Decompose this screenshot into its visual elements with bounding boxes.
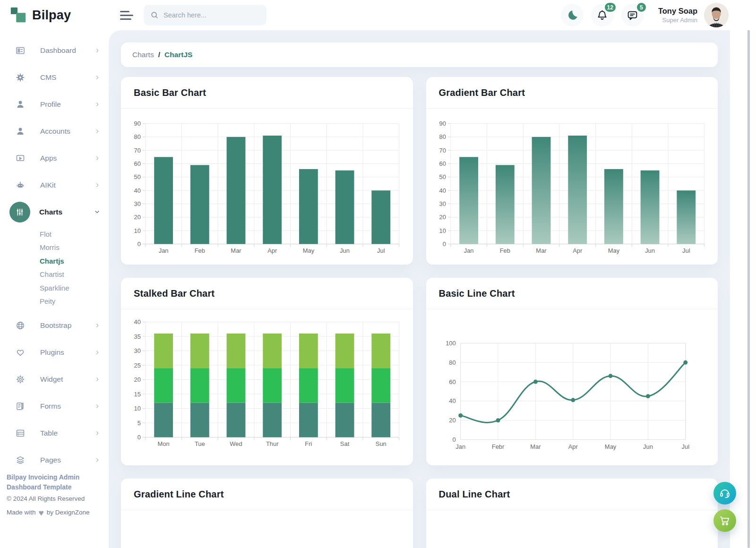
users-icon bbox=[16, 127, 25, 136]
svg-text:70: 70 bbox=[439, 147, 446, 154]
support-fab-button[interactable] bbox=[713, 482, 736, 505]
cart-icon bbox=[719, 514, 731, 527]
chevron-right-icon bbox=[94, 128, 100, 134]
heart-icon bbox=[16, 348, 25, 357]
chevron-right-icon bbox=[94, 430, 100, 436]
widget-gear-icon bbox=[16, 375, 25, 384]
dual-line-chart-card: Dual Line Chart bbox=[426, 479, 718, 548]
submenu-item-chartist[interactable]: Chartist bbox=[40, 268, 109, 282]
hamburger-menu-icon[interactable] bbox=[120, 11, 134, 20]
svg-text:Apr: Apr bbox=[573, 247, 583, 254]
chevron-right-icon bbox=[94, 155, 100, 161]
breadcrumb-separator: / bbox=[158, 51, 160, 59]
page-scrollbar[interactable] bbox=[747, 0, 750, 548]
sidebar-item-cms[interactable]: CMS bbox=[0, 64, 109, 91]
breadcrumb-parent[interactable]: Charts bbox=[132, 51, 154, 59]
svg-text:0: 0 bbox=[442, 240, 446, 248]
search-bar[interactable] bbox=[144, 5, 266, 26]
svg-text:40: 40 bbox=[134, 318, 140, 325]
gradient-line-chart bbox=[121, 510, 413, 548]
forms-icon bbox=[16, 402, 25, 411]
svg-text:Mar: Mar bbox=[536, 247, 547, 254]
svg-text:Sat: Sat bbox=[340, 440, 350, 447]
sidebar-item-charts[interactable]: Charts bbox=[0, 198, 109, 225]
svg-text:10: 10 bbox=[439, 227, 446, 234]
sidebar: Dashboard CMS Profile Accounts bbox=[0, 30, 109, 548]
svg-text:Jan: Jan bbox=[455, 443, 465, 450]
svg-text:Jul: Jul bbox=[681, 443, 689, 450]
apps-icon bbox=[16, 154, 25, 163]
svg-text:May: May bbox=[303, 247, 315, 254]
sidebar-item-aikit[interactable]: AIKit bbox=[0, 171, 109, 198]
svg-text:Apr: Apr bbox=[568, 443, 578, 450]
chevron-right-icon bbox=[94, 102, 100, 107]
svg-text:Wed: Wed bbox=[230, 440, 242, 447]
svg-text:40: 40 bbox=[134, 187, 140, 194]
sidebar-item-widget[interactable]: Widget bbox=[0, 366, 109, 393]
sidebar-item-plugins[interactable]: Plugins bbox=[0, 339, 109, 366]
svg-text:90: 90 bbox=[134, 120, 140, 127]
svg-text:80: 80 bbox=[449, 359, 455, 366]
avatar[interactable] bbox=[704, 3, 729, 27]
dark-mode-toggle[interactable] bbox=[561, 4, 584, 26]
submenu-item-sparkline[interactable]: Sparkline bbox=[40, 281, 109, 295]
submenu-item-chartjs[interactable]: Chartjs bbox=[40, 254, 109, 268]
svg-text:0: 0 bbox=[137, 434, 141, 441]
sidebar-item-profile[interactable]: Profile bbox=[0, 91, 109, 118]
svg-text:60: 60 bbox=[134, 160, 140, 167]
submenu-item-morris[interactable]: Morris bbox=[40, 241, 109, 255]
chevron-down-icon bbox=[94, 209, 100, 215]
notifications-button[interactable]: 12 bbox=[591, 4, 614, 26]
svg-text:40: 40 bbox=[439, 187, 446, 194]
svg-text:100: 100 bbox=[446, 340, 456, 347]
cart-fab-button[interactable] bbox=[713, 509, 736, 532]
svg-text:Feb: Feb bbox=[195, 247, 205, 254]
svg-text:5: 5 bbox=[137, 420, 141, 427]
svg-text:Apr: Apr bbox=[267, 247, 277, 254]
svg-text:35: 35 bbox=[134, 333, 140, 340]
card-title: Dual Line Chart bbox=[439, 489, 510, 500]
message-count-badge: 5 bbox=[636, 2, 647, 13]
svg-text:10: 10 bbox=[134, 405, 140, 412]
submenu-item-flot[interactable]: Flot bbox=[40, 227, 109, 241]
svg-text:Jul: Jul bbox=[377, 247, 385, 254]
svg-text:10: 10 bbox=[134, 227, 140, 234]
chevron-right-icon bbox=[94, 377, 100, 382]
submenu-item-peity[interactable]: Peity bbox=[40, 295, 109, 308]
card-title: Basic Bar Chart bbox=[134, 87, 206, 98]
made-with-text: Made with bbox=[7, 508, 36, 518]
chevron-right-icon bbox=[94, 182, 100, 188]
svg-text:Mar: Mar bbox=[231, 247, 241, 254]
svg-text:Jan: Jan bbox=[159, 247, 169, 254]
main-content: Charts / ChartJS Basic Bar Chart 0102030… bbox=[109, 30, 730, 548]
sidebar-item-apps[interactable]: Apps bbox=[0, 145, 109, 171]
sidebar-item-pages[interactable]: Pages bbox=[0, 446, 109, 473]
svg-text:80: 80 bbox=[134, 133, 140, 140]
pages-icon bbox=[16, 455, 25, 465]
sidebar-item-forms[interactable]: Forms bbox=[0, 393, 109, 420]
card-title: Basic Line Chart bbox=[439, 288, 515, 299]
svg-text:30: 30 bbox=[439, 200, 446, 207]
dual-line-chart bbox=[426, 510, 718, 548]
sidebar-item-dashboard[interactable]: Dashboard bbox=[0, 37, 109, 64]
made-by-text[interactable]: by DexignZone bbox=[47, 508, 90, 518]
top-header: Bilpay 12 bbox=[0, 0, 756, 30]
chevron-right-icon bbox=[94, 350, 100, 355]
messages-button[interactable]: 5 bbox=[621, 4, 644, 26]
sidebar-item-accounts[interactable]: Accounts bbox=[0, 118, 109, 145]
svg-text:0: 0 bbox=[137, 240, 141, 248]
svg-text:Fri: Fri bbox=[305, 440, 312, 447]
svg-text:40: 40 bbox=[449, 397, 455, 404]
search-input[interactable] bbox=[163, 11, 260, 19]
user-menu[interactable]: Tony Soap Super Admin bbox=[658, 3, 729, 27]
sidebar-item-bootstrap[interactable]: Bootstrap bbox=[0, 312, 109, 339]
app-logo[interactable]: Bilpay bbox=[0, 6, 109, 24]
gradient-bar-chart: 0102030405060708090JanFebMarAprMayJunJul bbox=[426, 109, 718, 265]
table-icon bbox=[16, 428, 25, 438]
gradient-line-chart-card: Gradient Line Chart bbox=[121, 479, 413, 548]
sidebar-item-table[interactable]: Table bbox=[0, 420, 109, 446]
svg-text:Febr: Febr bbox=[491, 443, 504, 450]
logo-text: Bilpay bbox=[32, 8, 71, 23]
svg-text:May: May bbox=[604, 443, 616, 450]
card-title: Gradient Bar Chart bbox=[439, 87, 525, 98]
